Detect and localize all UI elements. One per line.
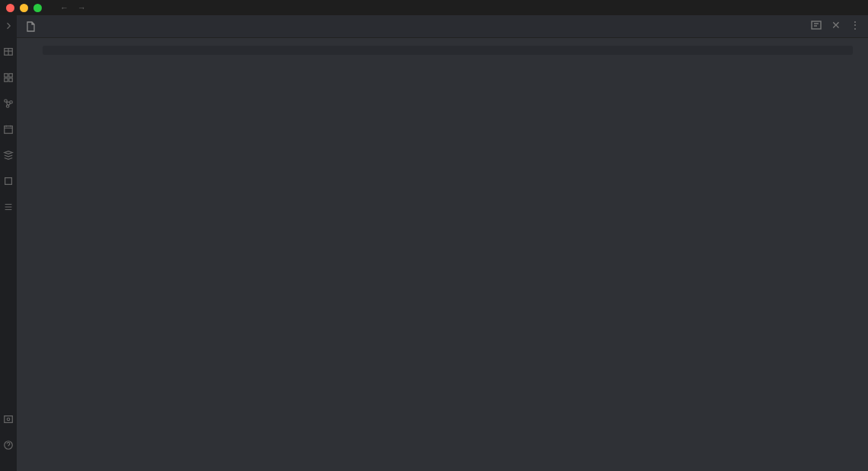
editor-pane-header: ✕ ⋮ (17, 15, 868, 38)
nav-forward-icon[interactable]: → (78, 3, 86, 12)
svg-rect-13 (812, 21, 821, 29)
traffic-lights (6, 4, 42, 12)
more-options-icon[interactable]: ⋮ (850, 19, 860, 33)
maximize-window-button[interactable] (33, 4, 42, 12)
code-block[interactable] (43, 46, 853, 55)
graph-icon[interactable] (2, 97, 14, 110)
left-rail (0, 15, 17, 471)
close-pane-icon[interactable]: ✕ (831, 19, 841, 33)
calendar-icon[interactable] (2, 123, 14, 135)
stack-icon[interactable] (2, 149, 14, 161)
nav-back-icon[interactable]: ← (60, 3, 68, 12)
vault-icon[interactable] (2, 413, 14, 425)
svg-rect-8 (5, 126, 13, 134)
grid-icon[interactable] (2, 72, 14, 84)
table-icon[interactable] (2, 46, 14, 58)
svg-point-11 (7, 418, 10, 421)
titlebar: ← → (0, 0, 868, 15)
expand-sidebar-icon[interactable] (2, 20, 14, 32)
svg-rect-3 (5, 78, 8, 81)
svg-rect-9 (5, 178, 12, 185)
svg-rect-2 (9, 74, 12, 77)
svg-point-5 (5, 100, 8, 103)
svg-rect-4 (9, 78, 12, 81)
editor-body[interactable] (17, 38, 868, 471)
preview-toggle-icon[interactable] (810, 19, 822, 33)
close-window-button[interactable] (6, 4, 14, 12)
file-icon (24, 21, 37, 33)
list-icon[interactable] (2, 201, 14, 213)
svg-rect-1 (5, 74, 8, 77)
minimize-window-button[interactable] (20, 4, 28, 12)
svg-point-6 (10, 101, 13, 104)
box-icon[interactable] (2, 175, 14, 187)
editor-pane: ✕ ⋮ (17, 15, 868, 471)
help-icon[interactable] (2, 439, 14, 451)
svg-rect-10 (5, 416, 13, 423)
